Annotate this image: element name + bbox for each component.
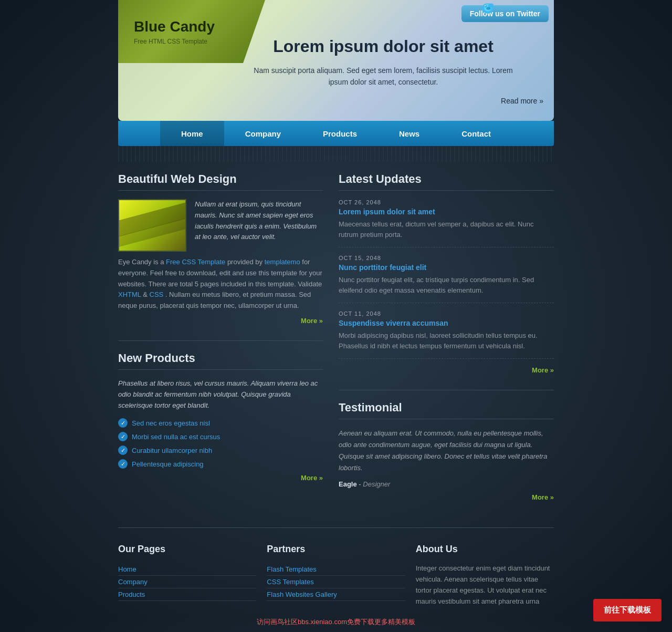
product-link-2[interactable]: Morbi sed nulla ac est cursus [132,433,220,441]
nav-item-news[interactable]: News [378,121,440,146]
header-description: Nam suscipit porta aliquam. Sed eget sem… [252,65,514,88]
footer-partners: Partners Flash Templates CSS Templates F… [267,544,405,607]
product-link-3[interactable]: Curabitur ullamcorper nibh [132,447,212,454]
bwd-body2: provided by [227,258,262,266]
bwd-more-link[interactable]: More » [118,317,323,325]
new-products-intro: Phasellus at libero risus, vel cursus ma… [118,378,323,411]
footer-partners-title: Partners [267,544,405,555]
new-products-section: New Products Phasellus at libero risus, … [118,351,323,482]
svg-point-5 [486,7,490,10]
decorative-strip [118,146,554,162]
footer-link-flash[interactable]: Flash Templates [267,565,316,573]
new-products-more-link[interactable]: More » [118,474,323,482]
author-name: Eagle [339,480,357,488]
footer-about-title: About Us [416,544,554,555]
nav-item-company[interactable]: Company [224,121,302,146]
list-item: Products [118,588,256,601]
bwd-image [118,199,186,252]
latest-updates-more-link[interactable]: More » [339,366,554,374]
beautiful-web-design-section: Beautiful Web Design Nullam at erat ipsu… [118,172,323,325]
list-item: Pellentesque adipiscing [118,459,323,469]
header-headline: Lorem ipsum dolor sit amet [223,37,543,56]
update-item-2: OCT 15, 2048 Nunc porttitor feugiat elit… [339,255,554,303]
product-link-1[interactable]: Sed nec eros egestas nisl [132,419,210,427]
bwd-body1: Eye Candy is a [118,258,164,266]
latest-updates-section: Latest Updates OCT 26, 2048 Lorem ipsum … [339,172,554,374]
footer-link-products[interactable]: Products [118,590,145,598]
bwd-body: Eye Candy is a Free CSS Template provide… [118,257,323,312]
check-icon-3 [118,445,128,455]
css-link[interactable]: CSS [150,291,164,298]
left-column: Beautiful Web Design Nullam at erat ipsu… [118,172,323,517]
free-css-template-link[interactable]: Free CSS Template [166,258,225,266]
list-item: Flash Templates [267,563,405,576]
right-column: Latest Updates OCT 26, 2048 Lorem ipsum … [339,172,554,517]
main-content: Beautiful Web Design Nullam at erat ipsu… [118,162,554,527]
header: Blue Candy Free HTML CSS Template Follow… [118,0,554,121]
update-date-2: OCT 15, 2048 [339,255,554,261]
check-icon-2 [118,432,128,441]
update-text-1: Maecenas tellus erat, dictum vel semper … [339,219,554,240]
author-role: Designer [363,480,390,488]
read-more-link[interactable]: Read more » [223,97,543,105]
footer-pages: Our Pages Home Company Products [118,544,256,607]
nav-item-home[interactable]: Home [160,121,224,146]
main-navigation: Home Company Products News Contact [118,121,554,146]
templatemo-link[interactable]: templatemo [265,258,300,266]
divider-2 [339,390,554,390]
bwd-content: Nullam at erat ipsum, quis tincidunt mau… [118,199,323,252]
bwd-title: Beautiful Web Design [118,172,323,191]
update-item-1: OCT 26, 2048 Lorem ipsum dolor sit amet … [339,199,554,247]
update-date-3: OCT 11, 2048 [339,310,554,317]
list-item: Curabitur ullamcorper nibh [118,445,323,455]
update-text-3: Morbi adipiscing dapibus nisl, laoreet s… [339,330,554,351]
footer-link-flash-gallery[interactable]: Flash Websites Gallery [267,590,337,598]
testimonial-quote: Aenean eu aliquam erat. Ut commodo, null… [339,428,554,474]
download-button[interactable]: 前往下载模板 [593,599,662,618]
svg-point-4 [485,5,486,6]
testimonial-more-link[interactable]: More » [339,493,554,501]
footer-link-home[interactable]: Home [118,565,136,573]
list-item: CSS Templates [267,576,405,588]
update-title-3[interactable]: Suspendisse viverra accumsan [339,319,554,327]
check-icon-4 [118,459,128,469]
footer-link-css[interactable]: CSS Templates [267,578,313,586]
header-content: Lorem ipsum dolor sit amet Nam suscipit … [223,21,543,105]
new-products-title: New Products [118,351,323,370]
testimonial-section: Testimonial Aenean eu aliquam erat. Ut c… [339,401,554,501]
product-list: Sed nec eros egestas nisl Morbi sed null… [118,418,323,469]
nav-item-contact[interactable]: Contact [440,121,512,146]
list-item: Company [118,576,256,588]
list-item: Home [118,563,256,576]
footer-link-company[interactable]: Company [118,578,148,586]
xhtml-link[interactable]: XHTML [118,291,141,298]
divider-1 [118,340,323,341]
update-date-1: OCT 26, 2048 [339,199,554,205]
check-icon-1 [118,418,128,428]
footer-partners-list: Flash Templates CSS Templates Flash Webs… [267,563,405,601]
footer-about-text: Integer consectetur enim eget diam tinci… [416,563,554,607]
footer-pages-title: Our Pages [118,544,256,555]
list-item: Morbi sed nulla ac est cursus [118,432,323,441]
update-title-1[interactable]: Lorem ipsum dolor sit amet [339,208,554,216]
footer-pages-list: Home Company Products [118,563,256,601]
twitter-button[interactable]: Follow us on Twitter [461,5,549,22]
product-link-4[interactable]: Pellentesque adipiscing [132,460,204,468]
testimonial-title: Testimonial [339,401,554,419]
latest-updates-title: Latest Updates [339,172,554,191]
bwd-body4: & [143,291,149,298]
nav-item-products[interactable]: Products [302,121,378,146]
update-title-2[interactable]: Nunc porttitor feugiat elit [339,263,554,272]
update-text-2: Nunc porttitor feugiat elit, ac tristiqu… [339,275,554,295]
testimonial-author: Eagle - Designer [339,480,554,488]
list-item: Flash Websites Gallery [267,588,405,601]
footer-about: About Us Integer consectetur enim eget d… [416,544,554,607]
list-item: Sed nec eros egestas nisl [118,418,323,428]
footer: Our Pages Home Company Products Partners… [118,527,554,617]
update-item-3: OCT 11, 2048 Suspendisse viverra accumsa… [339,310,554,359]
twitter-bird-icon [480,1,495,16]
